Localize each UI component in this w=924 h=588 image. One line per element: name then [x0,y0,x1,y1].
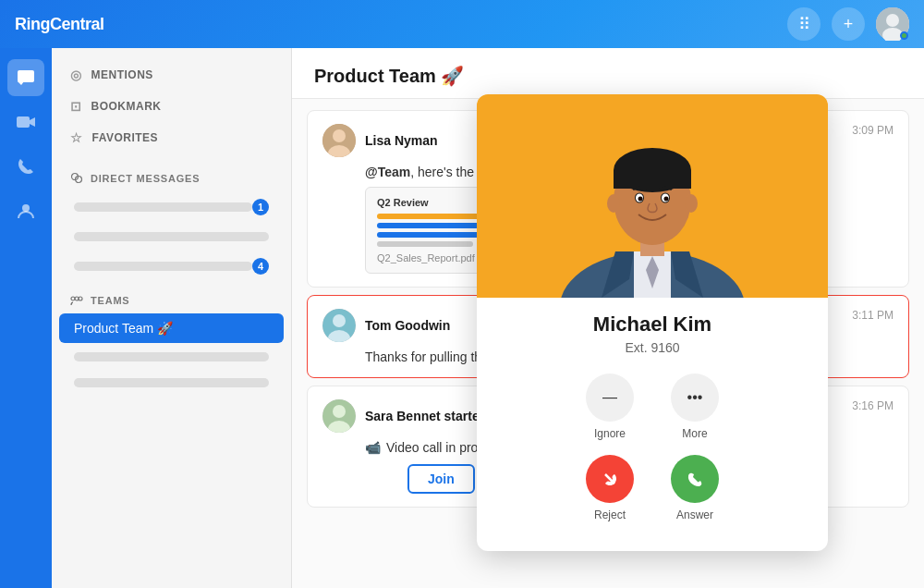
svg-rect-4 [17,116,30,128]
svg-point-34 [664,197,669,202]
more-icon: ••• [687,389,703,406]
svg-point-10 [79,297,82,300]
answer-icon [685,469,705,489]
sidebar: ◎ MENTIONS ⊡ BOOKMARK ☆ FAVORITES DIRECT… [52,48,292,588]
msg1-avatar [322,124,356,157]
messaging-icon[interactable] [7,59,44,96]
top-navigation: RingCentral ⠿ + [0,0,924,48]
sidebar-nav-section: ◎ MENTIONS ⊡ BOOKMARK ☆ FAVORITES [52,48,291,161]
icon-bar [0,48,52,588]
svg-point-12 [333,129,346,142]
dm-icon [70,172,83,185]
svg-point-33 [638,197,643,202]
dm-item-3[interactable]: 4 [59,251,284,282]
channel-title: Product Team 🚀 [314,65,902,87]
teams-section-title: TEAMS [52,283,291,312]
reject-icon [600,469,620,489]
svg-rect-28 [614,170,691,189]
svg-point-36 [685,194,698,213]
dm-placeholder-1 [74,202,252,212]
ignore-icon: — [602,389,617,406]
dm-placeholder-3 [74,262,252,271]
grid-icon: ⠿ [798,14,810,34]
user-avatar[interactable] [876,7,909,41]
chart-bar-4 [377,241,473,247]
call-secondary-actions: — Ignore ••• More [495,374,809,440]
channel-header: Product Team 🚀 [292,48,924,99]
team-label-product: Product Team 🚀 [74,321,269,336]
svg-rect-3 [18,70,34,82]
svg-point-35 [607,194,620,213]
plus-icon: + [844,15,854,34]
main-content: Product Team 🚀 Lisa Nyman 3:09 PM [292,48,924,588]
dm-item-1[interactable]: 1 [59,191,284,223]
add-button[interactable]: + [832,7,865,41]
caller-photo [477,94,828,298]
msg3-avatar [322,399,356,433]
team-item-product[interactable]: Product Team 🚀 [59,313,284,343]
ignore-label: Ignore [594,427,626,440]
bookmark-icon: ⊡ [70,99,82,114]
msg3-time: 3:16 PM [852,399,894,412]
dm-placeholder-2 [74,232,269,241]
more-button[interactable]: ••• [671,374,719,422]
svg-point-1 [886,14,899,27]
msg2-sender: Tom Goodwin [365,318,450,333]
dm-item-2[interactable] [59,225,284,249]
team-item-2[interactable] [59,345,284,369]
reject-action[interactable]: Reject [586,455,634,521]
caller-name: Michael Kim [495,312,809,337]
dm-badge-2: 4 [252,258,269,275]
team-placeholder-3 [74,378,269,387]
video-call-icon: 📹 [365,440,381,455]
phone-icon[interactable] [7,148,44,185]
grid-icon-button[interactable]: ⠿ [787,7,821,41]
join-call-button[interactable]: Join [407,464,475,494]
reject-label: Reject [594,508,626,521]
more-action[interactable]: ••• More [671,374,719,440]
contacts-icon[interactable] [7,192,44,229]
call-primary-actions: Reject Answer [495,455,809,521]
teams-icon [70,294,83,307]
mentions-icon: ◎ [70,67,82,82]
more-label: More [682,427,707,440]
answer-label: Answer [676,508,713,521]
video-icon[interactable] [7,104,44,141]
caller-image [537,94,768,298]
nav-right-controls: ⠿ + [787,7,909,41]
team-item-3[interactable] [59,371,284,395]
msg2-time: 3:11 PM [852,309,894,322]
main-area: ◎ MENTIONS ⊡ BOOKMARK ☆ FAVORITES DIRECT… [0,48,924,588]
direct-messages-section-title: DIRECT MESSAGES [52,161,291,190]
incoming-call-overlay: Michael Kim Ext. 9160 — Ignore ••• M [477,94,828,551]
svg-point-15 [333,314,346,327]
sidebar-item-mentions[interactable]: ◎ MENTIONS [52,59,291,91]
msg1-time: 3:09 PM [852,124,894,137]
star-icon: ☆ [70,130,83,145]
msg2-avatar [322,309,356,342]
call-info: Michael Kim Ext. 9160 — Ignore ••• M [477,298,828,551]
answer-action[interactable]: Answer [671,455,719,521]
online-indicator [900,31,908,40]
team-placeholder-2 [74,352,269,361]
sidebar-item-favorites[interactable]: ☆ FAVORITES [52,122,291,153]
reject-button[interactable] [586,455,634,503]
sidebar-item-bookmark[interactable]: ⊡ BOOKMARK [52,91,291,122]
answer-button[interactable] [671,455,719,503]
ignore-action[interactable]: — Ignore [586,374,634,440]
msg1-sender: Lisa Nyman [365,133,438,148]
app-logo: RingCentral [15,15,104,34]
svg-point-5 [22,204,30,212]
ignore-button[interactable]: — [586,374,634,422]
caller-ext: Ext. 9160 [495,340,809,355]
svg-point-18 [333,405,346,418]
dm-badge-1: 1 [252,199,269,215]
